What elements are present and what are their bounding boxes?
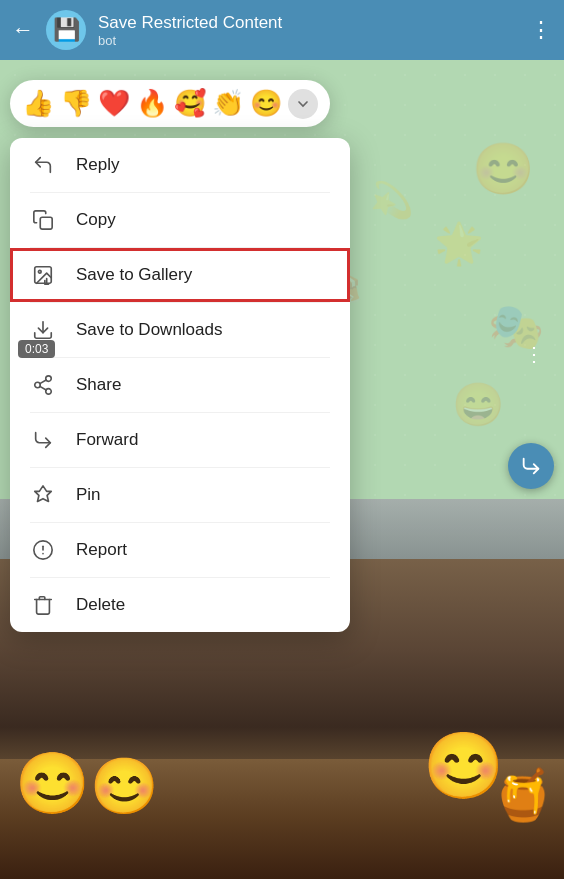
svg-rect-0 xyxy=(40,217,52,229)
forward-icon xyxy=(30,427,56,453)
share-icon xyxy=(30,372,56,398)
reaction-smiling[interactable]: 🥰 xyxy=(174,88,206,119)
menu-item-pin[interactable]: Pin xyxy=(10,468,350,522)
chat-header: ← 💾 Save Restricted Content bot ⋮ xyxy=(0,0,564,60)
svg-point-2 xyxy=(38,270,41,273)
emoji-reaction-bar: 👍 👎 ❤️ 🔥 🥰 👏 😊 xyxy=(10,80,330,127)
forward-label: Forward xyxy=(76,430,138,450)
menu-item-forward[interactable]: Forward xyxy=(10,413,350,467)
svg-line-9 xyxy=(40,380,46,384)
pin-label: Pin xyxy=(76,485,101,505)
svg-line-8 xyxy=(40,386,46,390)
reaction-thumbsdown[interactable]: 👎 xyxy=(60,88,92,119)
menu-item-copy[interactable]: Copy xyxy=(10,193,350,247)
menu-item-save-gallery[interactable]: Save to Gallery xyxy=(10,248,350,302)
copy-icon xyxy=(30,207,56,233)
reaction-thumbsup[interactable]: 👍 xyxy=(22,88,54,119)
delete-icon xyxy=(30,592,56,618)
back-button[interactable]: ← xyxy=(12,17,34,43)
menu-item-report[interactable]: Report xyxy=(10,523,350,577)
video-options[interactable]: ⋮ xyxy=(524,342,546,366)
copy-label: Copy xyxy=(76,210,116,230)
more-options-button[interactable]: ⋮ xyxy=(530,17,552,43)
menu-item-save-downloads[interactable]: Save to Downloads xyxy=(10,303,350,357)
chat-title: Save Restricted Content xyxy=(98,13,518,33)
menu-item-share[interactable]: Share xyxy=(10,358,350,412)
chat-background: 😊 🌟 🎭 💫 😄 🎪 😊 😊 😊 🍯 0:03 ⋮ xyxy=(0,60,564,879)
avatar: 💾 xyxy=(46,10,86,50)
save-downloads-label: Save to Downloads xyxy=(76,320,222,340)
delete-label: Delete xyxy=(76,595,125,615)
menu-item-reply[interactable]: Reply xyxy=(10,138,350,192)
context-overlay: ✓ BAS (days) 1:18 PM 👍 👎 ❤️ 🔥 🥰 👏 😊 xyxy=(0,60,564,879)
reply-label: Reply xyxy=(76,155,119,175)
menu-item-delete[interactable]: Delete xyxy=(10,578,350,632)
save-gallery-icon xyxy=(30,262,56,288)
chat-subtitle: bot xyxy=(98,33,518,48)
reaction-fire[interactable]: 🔥 xyxy=(136,88,168,119)
reaction-heart[interactable]: ❤️ xyxy=(98,88,130,119)
forward-button[interactable] xyxy=(508,443,554,489)
header-info: Save Restricted Content bot xyxy=(98,13,518,48)
reply-icon xyxy=(30,152,56,178)
report-icon xyxy=(30,537,56,563)
reaction-clap[interactable]: 👏 xyxy=(212,88,244,119)
share-label: Share xyxy=(76,375,121,395)
expand-reactions-button[interactable] xyxy=(288,89,318,119)
pin-icon xyxy=(30,482,56,508)
save-gallery-label: Save to Gallery xyxy=(76,265,192,285)
report-label: Report xyxy=(76,540,127,560)
context-menu: Reply Copy xyxy=(10,138,350,632)
video-timer: 0:03 xyxy=(18,340,55,358)
reaction-grin[interactable]: 😊 xyxy=(250,88,282,119)
